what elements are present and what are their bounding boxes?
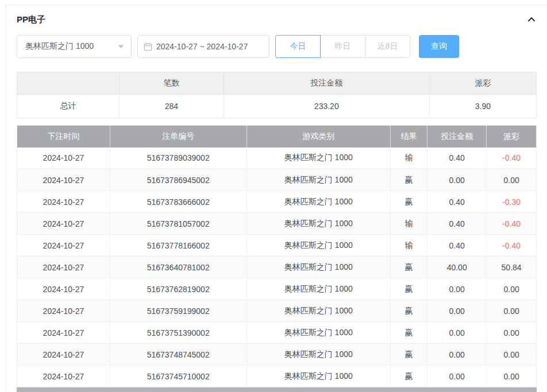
cell-order-id: 51673781057002: [110, 213, 246, 235]
cell-bet-amount: 0.00: [427, 366, 487, 387]
table-row: 2024-10-2751673748745002奥林匹斯之门 1000赢0.00…: [17, 344, 537, 366]
cell-bet-amount: 0.00: [427, 169, 487, 191]
table-row: 2024-10-2751673789039002奥林匹斯之门 1000输0.40…: [17, 148, 537, 169]
cell-result: 赢: [390, 169, 427, 191]
cell-result: 输: [390, 235, 427, 257]
cell-result: 赢: [390, 257, 427, 278]
cell-payout: 0.00: [487, 344, 537, 366]
cell-payout: -0.40: [487, 213, 537, 235]
summary-total-payout: 3.90: [429, 95, 536, 118]
cell-order-id: 51673789039002: [110, 148, 246, 169]
cell-payout: -0.40: [487, 235, 537, 257]
cell-result: 输: [390, 213, 427, 235]
date-range-input[interactable]: 2024-10-27 ~ 2024-10-27: [137, 35, 269, 58]
summary-total-row: 总计 284 233.20 3.90: [17, 95, 537, 118]
cell-game: 奥林匹斯之门 1000: [246, 278, 390, 300]
quick-button-today[interactable]: 今日: [275, 35, 321, 58]
cell-payout: 0.00: [487, 366, 537, 387]
cell-result: 赢: [390, 366, 427, 387]
summary-total-count: 284: [120, 95, 224, 118]
table-row: 2024-10-2751673745710002奥林匹斯之门 1000赢0.00…: [17, 366, 537, 387]
summary-table: 笔数 投注金额 派彩 总计 284 233.20 3.90: [17, 72, 537, 118]
cell-bet-amount: 0.00: [427, 300, 487, 322]
game-select[interactable]: 奥林匹斯之门 1000: [17, 35, 132, 58]
records-header-cell: 游戏类别: [246, 126, 390, 148]
date-range-value: 2024-10-27 ~ 2024-10-27: [156, 42, 248, 51]
quick-button-group: 今日昨日近8日: [275, 35, 410, 58]
quick-button-yesterday[interactable]: 昨日: [320, 35, 365, 58]
cell-game: 奥林匹斯之门 1000: [246, 169, 390, 191]
records-table: 下注时间注单编号游戏类别结果投注金额派彩 2024-10-27516737890…: [17, 125, 537, 387]
cell-bet-time: 2024-10-27: [17, 257, 110, 278]
cell-bet-time: 2024-10-27: [17, 191, 110, 213]
cell-bet-time: 2024-10-27: [17, 169, 110, 191]
cell-game: 奥林匹斯之门 1000: [246, 300, 390, 322]
table-row: 2024-10-2751673783666002奥林匹斯之门 1000赢0.40…: [17, 191, 537, 213]
cell-order-id: 51673751390002: [110, 322, 246, 344]
cell-game: 奥林匹斯之门 1000: [246, 235, 390, 257]
cell-game: 奥林匹斯之门 1000: [246, 322, 390, 344]
cell-order-id: 51673745710002: [110, 366, 246, 387]
chevron-up-icon: [526, 14, 537, 25]
cell-bet-time: 2024-10-27: [17, 366, 110, 387]
partial-next-row: [17, 387, 537, 392]
cell-order-id: 51673640781002: [110, 257, 246, 278]
search-button[interactable]: 查询: [419, 35, 459, 58]
cell-bet-amount: 0.40: [427, 213, 487, 235]
cell-payout: 50.84: [487, 257, 537, 278]
chevron-down-icon: [118, 45, 124, 49]
cell-order-id: 51673778166002: [110, 235, 246, 257]
cell-order-id: 51673786945002: [110, 169, 246, 191]
game-select-value: 奥林匹斯之门 1000: [25, 41, 94, 52]
cell-bet-time: 2024-10-27: [17, 213, 110, 235]
records-header-row: 下注时间注单编号游戏类别结果投注金额派彩: [17, 126, 537, 148]
cell-payout: 0.00: [487, 169, 537, 191]
cell-bet-time: 2024-10-27: [17, 300, 110, 322]
cell-bet-time: 2024-10-27: [17, 278, 110, 300]
records-header-cell: 注单编号: [110, 126, 246, 148]
cell-bet-amount: 0.40: [427, 191, 487, 213]
cell-result: 赢: [390, 344, 427, 366]
table-row: 2024-10-2751673759199002奥林匹斯之门 1000赢0.00…: [17, 300, 537, 322]
collapse-icon[interactable]: [526, 14, 537, 25]
table-row: 2024-10-2751673751390002奥林匹斯之门 1000赢0.00…: [17, 322, 537, 344]
cell-payout: -0.30: [487, 191, 537, 213]
cell-result: 输: [390, 148, 427, 169]
cell-order-id: 51673748745002: [110, 344, 246, 366]
records-header-cell: 投注金额: [427, 126, 487, 148]
summary-header-row: 笔数 投注金额 派彩: [17, 72, 537, 95]
cell-game: 奥林匹斯之门 1000: [246, 344, 390, 366]
cell-game: 奥林匹斯之门 1000: [246, 148, 390, 169]
cell-payout: -0.40: [487, 148, 537, 169]
summary-total-label: 总计: [17, 95, 120, 118]
calendar-icon: [144, 42, 152, 51]
cell-bet-amount: 0.00: [427, 278, 487, 300]
cell-game: 奥林匹斯之门 1000: [246, 257, 390, 278]
cell-bet-time: 2024-10-27: [17, 235, 110, 257]
cell-result: 赢: [390, 300, 427, 322]
cell-order-id: 51673783666002: [110, 191, 246, 213]
summary-header-bet-amount: 投注金额: [224, 72, 429, 95]
cell-order-id: 51673762819002: [110, 278, 246, 300]
cell-bet-amount: 0.40: [427, 235, 487, 257]
cell-bet-time: 2024-10-27: [17, 322, 110, 344]
cell-bet-time: 2024-10-27: [17, 148, 110, 169]
cell-bet-amount: 40.00: [427, 257, 487, 278]
records-header-cell: 下注时间: [17, 126, 110, 148]
summary-total-bet-amount: 233.20: [224, 95, 429, 118]
quick-button-last-8-days[interactable]: 近8日: [365, 35, 410, 58]
cell-order-id: 51673759199002: [110, 300, 246, 322]
cell-result: 赢: [390, 191, 427, 213]
filter-bar: 奥林匹斯之门 1000 2024-10-27 ~ 2024-10-27 今日昨日…: [17, 35, 537, 58]
summary-header-payout: 派彩: [429, 72, 536, 95]
cell-bet-amount: 0.00: [427, 322, 487, 344]
cell-result: 赢: [390, 322, 427, 344]
table-row: 2024-10-2751673778166002奥林匹斯之门 1000输0.40…: [17, 235, 537, 257]
cell-bet-time: 2024-10-27: [17, 344, 110, 366]
pp-electronic-panel: PP电子 奥林匹斯之门 1000 2024-10-27 ~ 2024-10-27…: [6, 5, 547, 392]
cell-payout: 0.00: [487, 300, 537, 322]
cell-game: 奥林匹斯之门 1000: [246, 213, 390, 235]
table-row: 2024-10-2751673762819002奥林匹斯之门 1000赢0.00…: [17, 278, 537, 300]
cell-bet-amount: 0.00: [427, 344, 487, 366]
cell-payout: 0.00: [487, 278, 537, 300]
